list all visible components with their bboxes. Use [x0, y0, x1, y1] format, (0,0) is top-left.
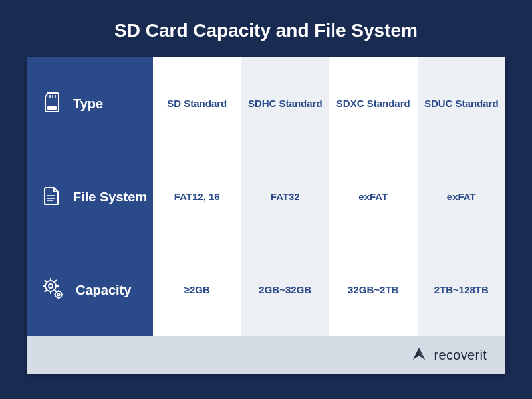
- cell-fs-sdhc: FAT32: [241, 150, 330, 243]
- svg-point-8: [49, 284, 53, 288]
- comparison-table: Type SD Standard SDHC Standard SDXC Stan…: [27, 57, 505, 374]
- svg-point-18: [57, 293, 60, 296]
- svg-line-16: [55, 280, 57, 282]
- row-label: Capacity: [76, 283, 131, 297]
- brand-name: recoverit: [434, 348, 487, 363]
- svg-rect-0: [47, 106, 57, 110]
- svg-line-13: [45, 280, 47, 282]
- row-header-filesystem: File System: [27, 150, 153, 243]
- file-icon: [40, 184, 64, 210]
- page-title: SD Card Capacity and File System: [114, 20, 418, 41]
- cell-fs-sduc: exFAT: [418, 150, 506, 243]
- cell-type-sdxc: SDXC Standard: [329, 57, 418, 150]
- svg-line-15: [45, 290, 47, 292]
- cell-cap-sdhc: 2GB~32GB: [241, 243, 330, 336]
- cell-fs-sd: FAT12, 16: [153, 150, 241, 243]
- row-label: File System: [73, 190, 147, 204]
- cell-type-sd: SD Standard: [153, 57, 241, 150]
- row-header-capacity: Capacity: [27, 243, 153, 336]
- row-label: Type: [73, 96, 103, 111]
- cell-fs-sdxc: exFAT: [329, 150, 418, 243]
- cell-type-sduc: SDUC Standard: [418, 57, 506, 150]
- row-header-type: Type: [27, 57, 153, 150]
- svg-point-17: [55, 291, 62, 298]
- cell-type-sdhc: SDHC Standard: [241, 57, 330, 150]
- cell-cap-sduc: 2TB~128TB: [418, 243, 506, 336]
- gear-icon: [40, 275, 66, 305]
- cell-cap-sd: ≥2GB: [153, 243, 241, 336]
- sd-card-icon: [40, 90, 64, 117]
- brand-logo-icon: [410, 345, 428, 365]
- cell-cap-sdxc: 32GB~2TB: [329, 243, 418, 336]
- brand-footer: recoverit: [27, 336, 505, 374]
- svg-point-7: [45, 281, 56, 291]
